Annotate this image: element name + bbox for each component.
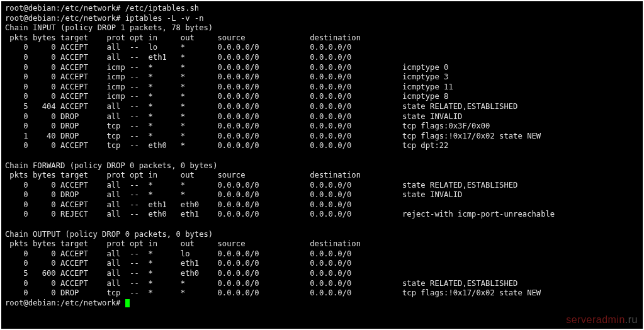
rule-row: 0 0 ACCEPT icmp -- * * 0.0.0.0/0 0.0.0.0… (5, 72, 639, 82)
command-text: iptables -L -v -n (125, 14, 204, 23)
prompt-line[interactable]: root@debian:/etc/network# (5, 299, 639, 309)
blank-line (5, 151, 639, 161)
rule-text: 0 0 REJECT all -- eth0 eth1 0.0.0.0/0 0.… (5, 210, 555, 219)
rule-row: 0 0 ACCEPT all -- * * 0.0.0.0/0 0.0.0.0/… (5, 279, 639, 289)
rule-row: 5 600 ACCEPT all -- * eth0 0.0.0.0/0 0.0… (5, 269, 639, 279)
rule-text: 1 40 DROP tcp -- * * 0.0.0.0/0 0.0.0.0/0… (5, 132, 541, 140)
chain-header: Chain FORWARD (policy DROP 0 packets, 0 … (5, 161, 639, 171)
chain-header-text: Chain FORWARD (policy DROP 0 packets, 0 … (5, 161, 218, 170)
prompt-line[interactable]: root@debian:/etc/network# iptables -L -v… (5, 14, 639, 24)
rule-text: 0 0 ACCEPT icmp -- * * 0.0.0.0/0 0.0.0.0… (5, 92, 448, 101)
chain-header: Chain OUTPUT (policy DROP 0 packets, 0 b… (5, 230, 639, 240)
terminal-window[interactable]: root@debian:/etc/network# /etc/iptables.… (0, 0, 644, 330)
chain-header-text: Chain OUTPUT (policy DROP 0 packets, 0 b… (5, 230, 213, 239)
watermark: serveradmin.ru (566, 315, 638, 325)
terminal-output: root@debian:/etc/network# /etc/iptables.… (5, 4, 639, 308)
command-text: /etc/iptables.sh (125, 4, 199, 13)
rule-row: 0 0 REJECT all -- eth0 eth1 0.0.0.0/0 0.… (5, 210, 639, 220)
rule-text: 5 404 ACCEPT all -- * * 0.0.0.0/0 0.0.0.… (5, 102, 517, 111)
rule-text: 0 0 ACCEPT all -- * * 0.0.0.0/0 0.0.0.0/… (5, 181, 517, 190)
rule-row: 0 0 ACCEPT icmp -- * * 0.0.0.0/0 0.0.0.0… (5, 92, 639, 102)
rule-text: 0 0 ACCEPT icmp -- * * 0.0.0.0/0 0.0.0.0… (5, 72, 448, 81)
rule-text: 0 0 DROP tcp -- * * 0.0.0.0/0 0.0.0.0/0 … (5, 288, 541, 297)
chain-header-text: Chain INPUT (policy DROP 1 packets, 78 b… (5, 23, 213, 32)
rule-text: 0 0 DROP tcp -- * * 0.0.0.0/0 0.0.0.0/0 … (5, 122, 490, 130)
shell-prompt: root@debian:/etc/network# (5, 299, 125, 307)
rule-text: 0 0 DROP all -- * * 0.0.0.0/0 0.0.0.0/0 … (5, 112, 462, 121)
column-header: pkts bytes target prot opt in out source… (5, 171, 639, 181)
rule-row: 0 0 DROP all -- * * 0.0.0.0/0 0.0.0.0/0 … (5, 190, 639, 200)
column-header: pkts bytes target prot opt in out source… (5, 33, 639, 43)
rule-row: 0 0 ACCEPT all -- lo * 0.0.0.0/0 0.0.0.0… (5, 43, 639, 53)
rule-row: 0 0 DROP tcp -- * * 0.0.0.0/0 0.0.0.0/0 … (5, 122, 639, 132)
rule-text: 0 0 ACCEPT all -- * * 0.0.0.0/0 0.0.0.0/… (5, 279, 517, 288)
column-header-text: pkts bytes target prot opt in out source… (5, 239, 402, 248)
rule-text: 0 0 ACCEPT all -- eth1 * 0.0.0.0/0 0.0.0… (5, 53, 402, 62)
rule-text: 0 0 ACCEPT icmp -- * * 0.0.0.0/0 0.0.0.0… (5, 63, 448, 72)
prompt-line[interactable]: root@debian:/etc/network# /etc/iptables.… (5, 4, 639, 14)
rule-text: 5 600 ACCEPT all -- * eth0 0.0.0.0/0 0.0… (5, 269, 402, 278)
rule-row: 0 0 ACCEPT all -- * * 0.0.0.0/0 0.0.0.0/… (5, 181, 639, 191)
column-header-text: pkts bytes target prot opt in out source… (5, 33, 402, 42)
rule-text: 0 0 ACCEPT all -- * eth1 0.0.0.0/0 0.0.0… (5, 259, 402, 268)
rule-text: 0 0 ACCEPT all -- eth1 eth0 0.0.0.0/0 0.… (5, 200, 402, 209)
rule-row: 0 0 DROP tcp -- * * 0.0.0.0/0 0.0.0.0/0 … (5, 288, 639, 299)
rule-row: 0 0 ACCEPT icmp -- * * 0.0.0.0/0 0.0.0.0… (5, 82, 639, 93)
rule-row: 1 40 DROP tcp -- * * 0.0.0.0/0 0.0.0.0/0… (5, 132, 639, 142)
rule-text: 0 0 ACCEPT all -- * lo 0.0.0.0/0 0.0.0.0… (5, 249, 402, 258)
rule-text: 0 0 ACCEPT tcp -- eth0 * 0.0.0.0/0 0.0.0… (5, 141, 448, 150)
chain-header: Chain INPUT (policy DROP 1 packets, 78 b… (5, 23, 639, 33)
shell-prompt: root@debian:/etc/network# (5, 4, 125, 13)
rule-row: 0 0 ACCEPT all -- * lo 0.0.0.0/0 0.0.0.0… (5, 249, 639, 259)
rule-row: 0 0 DROP all -- * * 0.0.0.0/0 0.0.0.0/0 … (5, 112, 639, 122)
column-header: pkts bytes target prot opt in out source… (5, 239, 639, 249)
cursor (125, 299, 130, 307)
blank-line (5, 220, 639, 230)
rule-row: 0 0 ACCEPT icmp -- * * 0.0.0.0/0 0.0.0.0… (5, 63, 639, 73)
rule-row: 5 404 ACCEPT all -- * * 0.0.0.0/0 0.0.0.… (5, 102, 639, 112)
rule-row: 0 0 ACCEPT all -- eth1 * 0.0.0.0/0 0.0.0… (5, 53, 639, 63)
rule-row: 0 0 ACCEPT all -- * eth1 0.0.0.0/0 0.0.0… (5, 259, 639, 269)
rule-row: 0 0 ACCEPT tcp -- eth0 * 0.0.0.0/0 0.0.0… (5, 141, 639, 151)
rule-row: 0 0 ACCEPT all -- eth1 eth0 0.0.0.0/0 0.… (5, 200, 639, 210)
shell-prompt: root@debian:/etc/network# (5, 14, 125, 23)
rule-text: 0 0 ACCEPT icmp -- * * 0.0.0.0/0 0.0.0.0… (5, 82, 453, 91)
rule-text: 0 0 ACCEPT all -- lo * 0.0.0.0/0 0.0.0.0… (5, 43, 402, 52)
column-header-text: pkts bytes target prot opt in out source… (5, 171, 402, 179)
rule-text: 0 0 DROP all -- * * 0.0.0.0/0 0.0.0.0/0 … (5, 190, 462, 199)
